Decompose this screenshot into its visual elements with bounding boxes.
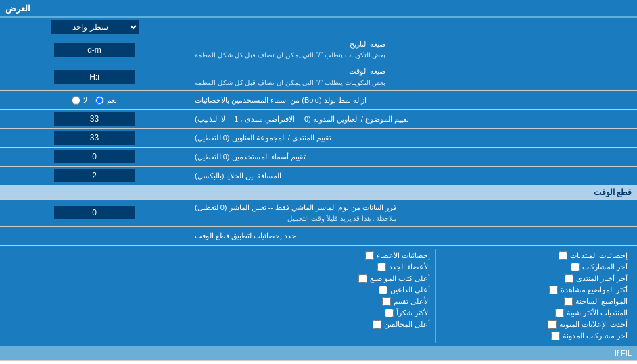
gap-row: المسافة بين الخلايا (بالبكسل) 2 xyxy=(0,167,637,186)
check-col-members: إحصائيات الأعضاء الأعضاء الجدد أعلى كتاب… xyxy=(238,249,435,343)
radio-no[interactable] xyxy=(72,96,80,105)
check-most-viewed[interactable] xyxy=(549,286,558,294)
gap-field[interactable]: 2 xyxy=(54,169,135,182)
filter-row: If FIL xyxy=(0,346,637,361)
check-col-forum: إحصائيات المنتديات آخر المشاركات آخر أخب… xyxy=(436,249,633,343)
date-format-row: صيغة التاريخ بعض التكوينات يتطلب "/" الت… xyxy=(0,36,637,63)
date-format-label: صيغة التاريخ بعض التكوينات يتطلب "/" الت… xyxy=(189,36,637,63)
stats-header-label: حدد إحصائيات لتطبيق قطع الوقت xyxy=(189,227,637,245)
gap-input[interactable]: 2 xyxy=(0,167,189,185)
date-format-input[interactable]: d-m xyxy=(0,36,189,63)
check-forum-stats[interactable] xyxy=(559,251,567,260)
check-item[interactable]: أعلى كتاب المواضيع xyxy=(243,274,429,283)
topic-sort-field[interactable]: 33 xyxy=(54,112,135,126)
bold-remove-row: ازالة نمط بولد (Bold) من اسماء المستخدمي… xyxy=(0,91,637,110)
check-item[interactable]: أعلى المخالفين xyxy=(243,320,429,329)
stats-header-input-area xyxy=(0,227,189,245)
check-item[interactable]: الأكثر شكراً xyxy=(243,309,429,317)
check-member-stats[interactable] xyxy=(365,251,374,260)
display-select[interactable]: سطر واحد xyxy=(51,20,139,34)
display-row: سطر واحد xyxy=(0,18,637,36)
forum-sort-label: تقييم المنتدى / المجموعة العناوين (0 للت… xyxy=(189,129,637,147)
forum-sort-input[interactable]: 33 xyxy=(0,129,189,147)
topic-sort-input[interactable]: 33 xyxy=(0,110,189,128)
display-label xyxy=(189,18,637,36)
check-item[interactable]: أكثر المواضيع مشاهدة xyxy=(442,286,628,294)
check-item[interactable]: آخر أخبار المنتدى xyxy=(442,274,628,283)
filter-text: If FIL xyxy=(615,349,632,357)
check-item[interactable]: المواضيع الساخنة xyxy=(442,297,628,306)
check-forum-news[interactable] xyxy=(565,274,573,283)
bold-remove-label: ازالة نمط بولد (Bold) من اسماء المستخدمي… xyxy=(189,93,637,108)
display-input[interactable]: سطر واحد xyxy=(0,18,189,36)
gap-label: المسافة بين الخلايا (بالبكسل) xyxy=(189,167,637,185)
topic-sort-row: تقييم الموضوع / العناوين المدونة (0 -- ا… xyxy=(0,110,637,129)
header-row: العرض xyxy=(0,0,637,18)
check-top-posters[interactable] xyxy=(358,274,367,283)
username-sort-row: تقييم أسماء المستخدمين (0 للتعطيل) 0 xyxy=(0,148,637,167)
username-sort-label: تقييم أسماء المستخدمين (0 للتعطيل) xyxy=(189,148,637,166)
time-format-row: صيغة الوقت بعض التكوينات يتطلب "/" التي … xyxy=(0,63,637,90)
time-format-field[interactable]: H:i xyxy=(54,70,135,84)
check-latest-ads[interactable] xyxy=(548,320,557,329)
time-row-input[interactable]: 0 xyxy=(0,200,189,226)
time-format-input[interactable]: H:i xyxy=(0,63,189,90)
check-most-thanked[interactable] xyxy=(385,309,394,317)
main-container: العرض سطر واحد صيغة التاريخ بعض التكوينا… xyxy=(0,0,637,361)
check-new-members[interactable] xyxy=(377,263,386,271)
check-item[interactable]: أعلى الداعين xyxy=(243,286,429,294)
time-row-label: فرز البيانات من يوم الماشر الماشي فقط --… xyxy=(189,200,637,226)
radio-yes-label[interactable]: نعم xyxy=(95,96,117,105)
forum-sort-field[interactable]: 33 xyxy=(54,131,135,145)
check-blog-posts[interactable] xyxy=(551,332,560,340)
check-top-inviters[interactable] xyxy=(379,286,387,294)
check-item[interactable]: إحصائيات المنتديات xyxy=(442,251,628,260)
radio-yes[interactable] xyxy=(95,96,104,105)
topic-sort-label: تقييم الموضوع / العناوين المدونة (0 -- ا… xyxy=(189,110,637,128)
check-item[interactable]: آخر مشاركات المدونة xyxy=(442,332,628,340)
stats-header-row: حدد إحصائيات لتطبيق قطع الوقت xyxy=(0,227,637,246)
checkboxes-container: إحصائيات المنتديات آخر المشاركات آخر أخب… xyxy=(0,246,637,346)
date-format-field[interactable]: d-m xyxy=(54,43,135,57)
check-item[interactable]: المنتديات الأكثر شبية xyxy=(442,309,628,317)
page-title: العرض xyxy=(5,3,30,14)
time-format-label: صيغة الوقت بعض التكوينات يتطلب "/" التي … xyxy=(189,63,637,90)
check-item[interactable]: الأعلى تقييم xyxy=(243,297,429,306)
check-last-posts[interactable] xyxy=(571,263,580,271)
check-item[interactable]: أحدث الإعلانات المبوبة xyxy=(442,320,628,329)
username-sort-field[interactable]: 0 xyxy=(54,150,135,163)
username-sort-input[interactable]: 0 xyxy=(0,148,189,166)
forum-sort-row: تقييم المنتدى / المجموعة العناوين (0 للت… xyxy=(0,129,637,148)
check-top-rated[interactable] xyxy=(382,297,391,306)
check-hot-topics[interactable] xyxy=(564,297,573,306)
time-row: فرز البيانات من يوم الماشر الماشي فقط --… xyxy=(0,200,637,227)
bold-remove-radios[interactable]: نعم لا xyxy=(0,94,189,107)
check-top-violators[interactable] xyxy=(373,320,381,329)
time-row-field[interactable]: 0 xyxy=(54,206,135,219)
check-item[interactable]: الأعضاء الجدد xyxy=(243,263,429,271)
time-section-header: قطع الوقت xyxy=(0,186,637,200)
check-item[interactable]: إحصائيات الأعضاء xyxy=(243,251,429,260)
radio-no-label[interactable]: لا xyxy=(72,96,87,105)
check-popular-forums[interactable] xyxy=(555,309,564,317)
check-item[interactable]: آخر المشاركات xyxy=(442,263,628,271)
check-col-empty xyxy=(4,249,238,343)
